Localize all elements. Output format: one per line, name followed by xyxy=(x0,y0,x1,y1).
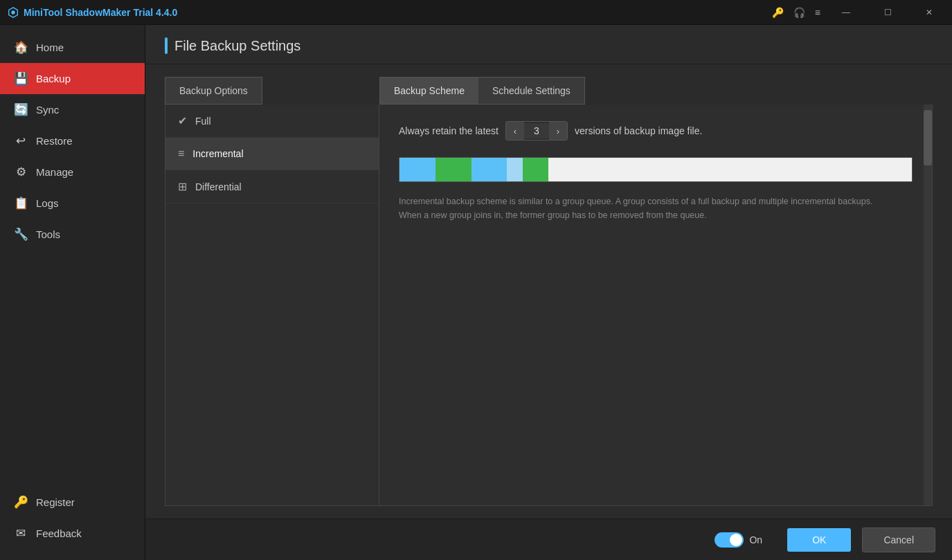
titlebar: MiniTool ShadowMaker Trial 4.4.0 🔑 🎧 ≡ —… xyxy=(0,0,952,25)
page-header: File Backup Settings xyxy=(145,25,952,64)
main-layout: 🏠 Home 💾 Backup 🔄 Sync ↩ Restore ⚙ Manag… xyxy=(0,25,952,560)
retain-row: Always retain the latest ‹ 3 › versions … xyxy=(399,121,913,141)
sidebar-item-manage[interactable]: ⚙ Manage xyxy=(0,156,145,188)
tab-schedule-settings[interactable]: Schedule Settings xyxy=(478,77,585,105)
header-accent-bar xyxy=(165,37,168,54)
page-title: File Backup Settings xyxy=(174,38,300,54)
sidebar-item-sync[interactable]: 🔄 Sync xyxy=(0,94,145,125)
headphone-icon[interactable]: 🎧 xyxy=(793,7,805,18)
sidebar-label-sync: Sync xyxy=(36,104,59,116)
sidebar-item-home[interactable]: 🏠 Home xyxy=(0,32,145,63)
close-button[interactable]: ✕ xyxy=(913,0,945,25)
options-list: ✔ Full ≡ Incremental ⊞ Differential xyxy=(165,105,379,506)
toggle-row: On xyxy=(715,532,762,548)
full-icon: ✔ xyxy=(178,114,187,127)
option-full[interactable]: ✔ Full xyxy=(165,105,379,138)
toggle-knob xyxy=(730,534,742,546)
ok-button[interactable]: OK xyxy=(787,528,851,552)
sidebar-label-restore: Restore xyxy=(36,135,73,147)
restore-icon: ↩ xyxy=(14,134,28,148)
right-area: Backup Scheme Schedule Settings Always r… xyxy=(379,77,933,506)
content-area: File Backup Settings Backup Options ✔ Fu… xyxy=(145,25,952,560)
option-differential-label: Differential xyxy=(195,181,242,192)
settings-panel: Backup Options ✔ Full ≡ Incremental ⊞ xyxy=(145,64,952,518)
maximize-button[interactable]: ☐ xyxy=(872,0,904,25)
retain-label-before: Always retain the latest xyxy=(399,125,499,136)
sidebar-label-register: Register xyxy=(36,496,75,508)
scrollbar-track[interactable] xyxy=(924,105,932,505)
sidebar-bottom: 🔑 Register ✉ Feedback xyxy=(0,487,145,560)
bar-seg-5 xyxy=(523,158,548,181)
bar-seg-1 xyxy=(399,158,435,181)
scrollbar-thumb[interactable] xyxy=(924,110,932,165)
scheme-visual xyxy=(399,157,913,182)
backup-icon: 💾 xyxy=(14,71,28,86)
option-differential[interactable]: ⊞ Differential xyxy=(165,170,379,204)
tools-icon: 🔧 xyxy=(14,227,28,242)
option-incremental-label: Incremental xyxy=(192,148,243,159)
sidebar-label-backup: Backup xyxy=(36,73,71,84)
bar-seg-gap xyxy=(507,158,522,181)
register-icon: 🔑 xyxy=(14,495,28,509)
logs-icon: 📋 xyxy=(14,196,28,210)
sidebar-item-feedback[interactable]: ✉ Feedback xyxy=(0,518,145,549)
menu-icon[interactable]: ≡ xyxy=(815,7,820,18)
manage-icon: ⚙ xyxy=(14,165,28,179)
app-icon xyxy=(7,6,19,19)
home-icon: 🏠 xyxy=(14,40,28,55)
scheme-bar xyxy=(399,157,913,182)
differential-icon: ⊞ xyxy=(178,180,187,193)
top-tab-bar: Backup Options xyxy=(165,77,379,105)
bar-seg-3 xyxy=(471,158,508,181)
tab-backup-options[interactable]: Backup Options xyxy=(165,77,262,105)
sidebar-label-logs: Logs xyxy=(36,197,59,209)
toggle-switch[interactable] xyxy=(715,532,744,548)
sidebar: 🏠 Home 💾 Backup 🔄 Sync ↩ Restore ⚙ Manag… xyxy=(0,25,145,560)
counter-value: 3 xyxy=(524,123,549,138)
bottom-bar: On OK Cancel xyxy=(145,518,952,560)
sidebar-item-tools[interactable]: 🔧 Tools xyxy=(0,219,145,250)
key-icon[interactable]: 🔑 xyxy=(772,7,784,18)
app-title: MiniTool ShadowMaker Trial 4.4.0 xyxy=(24,7,177,18)
sidebar-label-home: Home xyxy=(36,42,64,53)
app-logo: MiniTool ShadowMaker Trial 4.4.0 xyxy=(7,6,177,19)
right-tab-bar: Backup Scheme Schedule Settings xyxy=(379,77,933,105)
scheme-description: Incremental backup scheme is similar to … xyxy=(399,195,897,222)
sidebar-label-feedback: Feedback xyxy=(36,527,82,539)
left-tabs: Backup Options ✔ Full ≡ Incremental ⊞ xyxy=(165,77,379,506)
counter-increment-button[interactable]: › xyxy=(549,122,567,140)
sync-icon: 🔄 xyxy=(14,102,28,117)
option-incremental[interactable]: ≡ Incremental xyxy=(165,138,379,170)
sidebar-label-manage: Manage xyxy=(36,166,73,178)
sidebar-item-logs[interactable]: 📋 Logs xyxy=(0,188,145,219)
sidebar-item-register[interactable]: 🔑 Register xyxy=(0,487,145,518)
sidebar-item-restore[interactable]: ↩ Restore xyxy=(0,125,145,156)
counter-box: ‹ 3 › xyxy=(505,121,568,141)
counter-decrement-button[interactable]: ‹ xyxy=(506,122,524,140)
option-full-label: Full xyxy=(195,116,211,127)
incremental-icon: ≡ xyxy=(178,147,184,160)
cancel-button[interactable]: Cancel xyxy=(862,527,935,552)
right-panel: Always retain the latest ‹ 3 › versions … xyxy=(379,105,933,506)
sidebar-spacer xyxy=(0,250,145,487)
sidebar-item-backup[interactable]: 💾 Backup xyxy=(0,63,145,94)
bar-seg-2 xyxy=(435,158,471,181)
feedback-icon: ✉ xyxy=(14,526,28,541)
tab-backup-scheme[interactable]: Backup Scheme xyxy=(379,77,478,105)
retain-label-after: versions of backup image file. xyxy=(575,125,702,136)
sidebar-label-tools: Tools xyxy=(36,228,60,240)
titlebar-controls: 🔑 🎧 ≡ — ☐ ✕ xyxy=(772,0,945,25)
minimize-button[interactable]: — xyxy=(830,0,862,25)
svg-point-0 xyxy=(11,10,15,14)
toggle-label: On xyxy=(749,534,762,545)
bar-seg-6 xyxy=(548,158,912,181)
